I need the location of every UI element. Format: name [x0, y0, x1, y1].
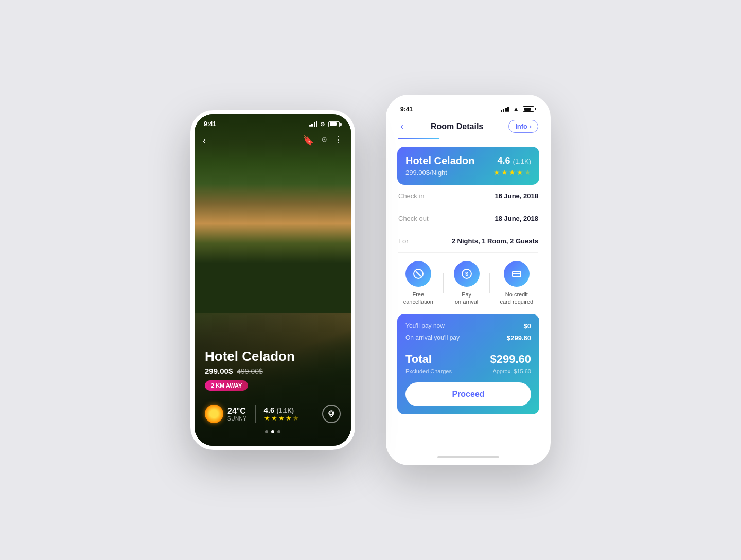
rating-stars: ★ ★ ★ ★ ★: [264, 414, 299, 422]
total-amount: $299.60: [490, 353, 531, 366]
svg-line-2: [416, 271, 421, 276]
no-credit-card-label: No creditcard required: [500, 291, 533, 306]
excluded-value: Approx. $15.60: [492, 368, 531, 374]
free-cancellation-label: Freecancellation: [403, 291, 433, 306]
share-icon[interactable]: ⎋: [322, 135, 326, 146]
card-star-1: ★: [493, 168, 500, 177]
phone2-page-title: Room Details: [431, 122, 483, 131]
phone1-hotel-content: Hotel Celadon 299.00$ 499.00$ 2 KM AWAY …: [195, 340, 351, 446]
phone2-status-icons: ▲: [501, 105, 536, 113]
bookmark-icon[interactable]: 🔖: [303, 135, 314, 146]
no-credit-card-icon: [504, 261, 530, 287]
details-section: Check in 16 June, 2018 Check out 18 June…: [390, 185, 546, 253]
phone2-battery-icon: [523, 106, 536, 112]
hotel-card-price: 299.00$/Night: [405, 169, 474, 177]
hotel-card-left: Hotel Celadon 299.00$/Night: [405, 155, 474, 177]
svg-point-0: [330, 412, 333, 415]
hotel-meta: 24°C SUNNY 4.6 (1.1K) ★ ★ ★ ★ ★: [205, 405, 341, 423]
amenity-free-cancellation: Freecancellation: [403, 261, 433, 306]
excluded-label: Excluded Charges: [405, 368, 452, 374]
price-old: 499.00$: [237, 367, 263, 375]
total-row: Total $299.60: [405, 353, 531, 366]
checkin-value: 16 June, 2018: [495, 192, 538, 200]
phone2-time: 9:41: [400, 106, 413, 113]
distance-badge: 2 KM AWAY: [205, 380, 248, 391]
proceed-button[interactable]: Proceed: [405, 382, 531, 406]
amenity-divider-2: [489, 273, 490, 293]
checkin-label: Check in: [398, 192, 425, 200]
phone1-signal-icon: [309, 121, 318, 127]
card-star-3: ★: [509, 168, 516, 177]
free-cancellation-icon: [405, 261, 431, 287]
card-star-5: ★: [524, 168, 531, 177]
star-5: ★: [293, 414, 299, 422]
star-2: ★: [271, 414, 277, 422]
for-label: For: [398, 237, 409, 245]
hotel-card-name: Hotel Celadon: [405, 155, 474, 167]
dot-3: [277, 430, 280, 433]
page-container: 9:41 ⊜ ‹ 🔖: [0, 0, 741, 560]
divider: [205, 398, 341, 398]
home-indicator: [437, 456, 499, 458]
hotel-summary-card: Hotel Celadon 299.00$/Night 4.6 (1.1K) ★…: [397, 147, 539, 185]
amenities-section: Freecancellation $ Payon arrival: [390, 253, 546, 314]
phone1-time: 9:41: [204, 120, 216, 128]
weather-condition: SUNNY: [227, 416, 247, 422]
svg-rect-5: [513, 271, 521, 277]
dot-2: [271, 430, 274, 433]
phone1-wifi-icon: ⊜: [320, 121, 325, 128]
pay-arrival-label: Payon arrival: [455, 291, 478, 306]
star-3: ★: [278, 414, 285, 422]
hotel-name-display: Hotel Celadon: [205, 348, 341, 364]
phone2-status-bar: 9:41 ▲: [390, 99, 546, 116]
hotel-card-rating: 4.6 (1.1K): [498, 155, 531, 166]
on-arrival-label: On arrival you'll pay: [405, 334, 460, 341]
excluded-row: Excluded Charges Approx. $15.60: [405, 368, 531, 374]
checkout-row: Check out 18 June, 2018: [398, 207, 538, 230]
for-value: 2 Nights, 1 Room, 2 Guests: [452, 237, 538, 245]
total-label: Total: [405, 353, 432, 366]
sun-icon: [205, 405, 223, 423]
phone2-signal-icon: [501, 107, 509, 112]
info-button[interactable]: Info ›: [508, 120, 538, 133]
star-1: ★: [264, 414, 270, 422]
amenity-divider-1: [443, 273, 444, 293]
weather-text: 24°C SUNNY: [227, 407, 247, 422]
payment-section: You'll pay now $0 On arrival you'll pay …: [397, 314, 539, 414]
pay-now-label: You'll pay now: [405, 322, 445, 329]
hotel-card-stars: ★ ★ ★ ★ ★: [493, 168, 531, 177]
phone2-header: ‹ Room Details Info ›: [390, 116, 546, 134]
checkin-row: Check in 16 June, 2018: [398, 185, 538, 207]
hotel-card-right: 4.6 (1.1K) ★ ★ ★ ★ ★: [493, 155, 531, 177]
phone1-status-bar: 9:41 ⊜: [195, 114, 351, 131]
star-4: ★: [286, 414, 292, 422]
checkout-value: 18 June, 2018: [495, 215, 538, 222]
rating-info: 4.6 (1.1K) ★ ★ ★ ★ ★: [264, 406, 299, 422]
phone2-wifi-icon: ▲: [513, 105, 519, 113]
for-row: For 2 Nights, 1 Room, 2 Guests: [398, 230, 538, 253]
phone2-scroll-area[interactable]: Hotel Celadon 299.00$/Night 4.6 (1.1K) ★…: [390, 139, 546, 452]
card-star-2: ★: [501, 168, 508, 177]
phone2: 9:41 ▲ ‹ Room Details: [386, 95, 551, 465]
on-arrival-row: On arrival you'll pay $299.60: [405, 334, 531, 342]
dot-1: [265, 430, 268, 433]
map-button[interactable]: [322, 405, 341, 423]
checkout-label: Check out: [398, 215, 429, 222]
pay-now-row: You'll pay now $0: [405, 322, 531, 330]
temperature: 24°C: [227, 407, 247, 416]
phone1: 9:41 ⊜ ‹ 🔖: [190, 110, 355, 450]
back-icon[interactable]: ‹: [203, 135, 206, 146]
rating-value: 4.6 (1.1K): [264, 406, 299, 414]
on-arrival-value: $299.60: [507, 334, 531, 342]
price-current: 299.00$: [205, 366, 233, 375]
weather-info: 24°C SUNNY: [205, 405, 247, 423]
phone1-navbar: ‹ 🔖 ⎋ ⋮: [195, 131, 351, 150]
pay-arrival-icon: $: [454, 261, 480, 287]
phone2-back-button[interactable]: ‹: [398, 119, 405, 134]
amenity-pay-arrival: $ Payon arrival: [454, 261, 480, 306]
pay-now-value: $0: [524, 322, 531, 330]
amenity-no-credit-card: No creditcard required: [500, 261, 533, 306]
page-dots: [205, 430, 341, 433]
meta-divider: [255, 405, 256, 423]
more-icon[interactable]: ⋮: [334, 135, 343, 146]
